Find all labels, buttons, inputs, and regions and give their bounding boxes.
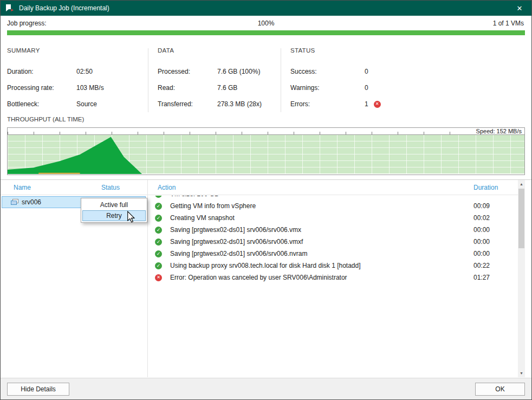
stat-row-duration: Duration: 02:50 xyxy=(7,63,142,80)
log-text: Creating VM snapshot xyxy=(170,214,466,222)
stat-label: Duration: xyxy=(7,68,76,75)
app-icon xyxy=(5,4,15,12)
stat-label: Read: xyxy=(158,84,217,92)
log-duration: 00:22 xyxy=(473,262,518,269)
action-log-pane: Action Duration VM size: 100 GB Getting … xyxy=(148,180,518,377)
action-log-list: VM size: 100 GB Getting VM info from vSp… xyxy=(148,196,518,283)
stat-row-warnings: Warnings: 0 xyxy=(290,80,431,96)
job-progress-header: Job progress: 100% 1 of 1 VMs xyxy=(1,16,531,30)
menu-item-retry[interactable]: Retry xyxy=(82,210,146,221)
log-text: Error: Operation was canceled by user SR… xyxy=(170,274,466,281)
stat-row-transferred: Transferred: 278.3 MB (28x) xyxy=(158,96,276,112)
stat-row-read: Read: 7.6 GB xyxy=(158,80,276,96)
throughput-area-series xyxy=(8,135,524,174)
log-duration: 00:02 xyxy=(473,214,518,222)
log-duration: 00:00 xyxy=(473,250,518,257)
throughput-chart: Speed: 152 MB/s xyxy=(7,127,525,175)
log-row-error-canceled[interactable]: Error: Operation was canceled by user SR… xyxy=(148,272,518,283)
log-duration: 00:00 xyxy=(473,226,518,234)
log-row-saving-vmx[interactable]: Saving [prgtwesx02-ds01] srv006/srv006.v… xyxy=(148,224,518,236)
title-bar: Daily Backup Job (Incremental) ✕ xyxy=(1,1,531,16)
stat-value: Source xyxy=(76,100,142,108)
stat-row-bottleneck: Bottleneck: Source xyxy=(7,96,142,112)
menu-item-active-full[interactable]: Active full xyxy=(82,199,146,210)
scroll-down-icon[interactable]: ▼ xyxy=(518,369,525,377)
action-log-header: Action Duration xyxy=(148,180,518,195)
chart-plot-area xyxy=(8,135,524,174)
log-row-vm-info[interactable]: Getting VM info from vSphere 00:09 xyxy=(148,200,518,212)
vertical-scrollbar[interactable]: ▲ ▼ xyxy=(518,180,525,377)
log-row-backup-proxy[interactable]: Using backup proxy srv008.tech.local for… xyxy=(148,260,518,272)
vm-icon xyxy=(11,199,18,205)
details-section: Name Status srv006 Failed Action Duratio… xyxy=(1,179,531,377)
log-row-vm-size[interactable]: VM size: 100 GB xyxy=(148,196,518,200)
job-progress-percent: 100% xyxy=(1,20,531,27)
close-icon[interactable]: ✕ xyxy=(512,4,527,12)
stats-section: SUMMARY Duration: 02:50 Processing rate:… xyxy=(1,47,531,117)
log-row-saving-nvram[interactable]: Saving [prgtwesx02-ds01] srv006/srv006.n… xyxy=(148,248,518,260)
log-text: Saving [prgtwesx02-ds01] srv006/srv006.v… xyxy=(170,226,466,234)
column-header-action[interactable]: Action xyxy=(158,184,473,191)
stat-label: Bottleneck: xyxy=(7,100,76,108)
progress-bar xyxy=(7,30,525,35)
stat-label: Processed: xyxy=(158,68,217,75)
mouse-cursor xyxy=(127,211,135,223)
status-icon xyxy=(155,196,162,198)
log-duration: 00:00 xyxy=(473,238,518,246)
log-text: VM size: 100 GB xyxy=(170,196,466,198)
vm-name: srv006 xyxy=(22,198,41,206)
stat-value: 103 MB/s xyxy=(76,84,142,92)
hide-details-button[interactable]: Hide Details xyxy=(7,383,69,396)
ok-button[interactable]: OK xyxy=(475,383,525,396)
status-panel: STATUS Success: 0 Warnings: 0 Errors: 1 xyxy=(290,47,431,112)
status-title: STATUS xyxy=(290,47,431,56)
log-text: Getting VM info from vSphere xyxy=(170,202,466,210)
column-divider xyxy=(148,48,148,112)
stat-label: Transferred: xyxy=(158,100,217,108)
summary-panel: SUMMARY Duration: 02:50 Processing rate:… xyxy=(7,47,142,112)
window-title: Daily Backup Job (Incremental) xyxy=(19,4,512,12)
chart-ruler: Speed: 152 MB/s xyxy=(8,128,524,135)
status-icon xyxy=(155,274,162,281)
column-header-duration[interactable]: Duration xyxy=(473,184,518,191)
progress-fill xyxy=(7,30,525,35)
stat-label: Errors: xyxy=(290,100,365,108)
stat-value: 278.3 MB (28x) xyxy=(217,100,276,108)
stat-row-processing-rate: Processing rate: 103 MB/s xyxy=(7,80,142,96)
context-menu: Active full Retry xyxy=(81,198,147,223)
status-icon xyxy=(155,250,162,257)
stat-value: 0 xyxy=(365,84,368,92)
error-count-icon xyxy=(374,101,381,108)
stat-value: 02:50 xyxy=(76,68,142,75)
stat-value: 0 xyxy=(365,68,368,75)
data-panel: DATA Processed: 7.6 GB (100%) Read: 7.6 … xyxy=(158,47,276,112)
log-duration: 01:27 xyxy=(473,274,518,281)
stat-value: 7.6 GB xyxy=(217,84,276,92)
stat-label: Warnings: xyxy=(290,84,365,92)
speed-label: Speed: 152 MB/s xyxy=(473,128,522,134)
footer-bar: Hide Details OK xyxy=(1,378,531,399)
log-text: Saving [prgtwesx02-ds01] srv006/srv006.v… xyxy=(170,238,466,246)
stat-row-processed: Processed: 7.6 GB (100%) xyxy=(158,63,276,80)
column-header-name[interactable]: Name xyxy=(14,184,31,191)
log-row-saving-vmxf[interactable]: Saving [prgtwesx02-ds01] srv006/srv006.v… xyxy=(148,236,518,248)
stat-label: Success: xyxy=(290,68,365,75)
log-row-snapshot[interactable]: Creating VM snapshot 00:02 xyxy=(148,212,518,224)
job-progress-dialog: Daily Backup Job (Incremental) ✕ Job pro… xyxy=(0,0,532,400)
scroll-up-icon[interactable]: ▲ xyxy=(518,180,525,188)
job-progress-counter: 1 of 1 VMs xyxy=(493,20,524,27)
status-icon xyxy=(155,262,162,269)
column-header-status[interactable]: Status xyxy=(101,184,120,191)
log-text: Using backup proxy srv008.tech.local for… xyxy=(170,262,466,269)
status-icon xyxy=(155,215,162,222)
data-title: DATA xyxy=(158,47,276,56)
stat-label: Processing rate: xyxy=(7,84,76,92)
vm-table-header: Name Status xyxy=(1,180,147,195)
action-log-viewport: VM size: 100 GB Getting VM info from vSp… xyxy=(148,196,518,377)
scrollbar-thumb[interactable] xyxy=(518,189,524,248)
status-icon xyxy=(155,227,162,234)
column-divider xyxy=(281,48,281,112)
status-icon xyxy=(155,203,162,210)
stat-value: 7.6 GB (100%) xyxy=(217,68,276,75)
stat-row-errors: Errors: 1 xyxy=(290,96,431,112)
